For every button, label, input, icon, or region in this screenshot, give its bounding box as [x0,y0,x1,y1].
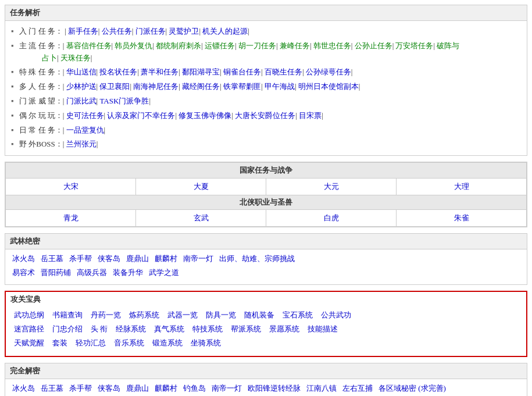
link-decrypt-nandiyideng[interactable]: 南帝一灯 [209,383,244,394]
link-wuxue-dao[interactable]: 武学之道 [147,267,181,279]
link-datang[interactable]: 大唐长安爵位任务 [235,111,295,120]
link-skill-desc[interactable]: 技能描述 [304,323,341,335]
link-xuanwu[interactable]: 玄武 [194,213,209,222]
link-equip-upgrade[interactable]: 装备升华 [110,267,145,279]
link-dutonzhi[interactable]: 都统制府刺杀 [156,41,201,50]
link-zhuque[interactable]: 朱雀 [454,213,469,222]
link-pozhen[interactable]: 破阵与 [437,41,459,50]
link-han[interactable]: 韩员外复仇 [115,41,152,50]
link-decrypt-shashubang[interactable]: 杀手帮 [67,383,94,394]
beast-baihu: 白虎 [266,210,397,227]
link-task-faction-win[interactable]: TASK门派争胜 [99,97,149,105]
link-decrypt-xiakesdao[interactable]: 侠客岛 [95,383,123,394]
link-ludingshan[interactable]: 鹿鼎山 [124,253,151,265]
link-factionfight[interactable]: 门派比武 [66,97,97,105]
link-pills-list[interactable]: 丹药一览 [87,309,124,321]
link-decrypt-diaoyudao[interactable]: 钓鱼岛 [181,383,208,394]
link-title-system[interactable]: 头 衔 [87,323,111,335]
link-wish-system[interactable]: 景愿系统 [266,323,303,335]
link-poyang[interactable]: 鄱阳湖寻宝 [182,67,220,76]
link-yipintang[interactable]: 一品堂复仇 [66,126,104,134]
link-lightwork[interactable]: 轻功汇总 [72,337,109,349]
link-xiangyang[interactable]: 保卫襄阳 [99,82,130,91]
link-newbie-task[interactable]: 新手任务 [68,27,98,35]
link-zangjing[interactable]: 藏经阁任务 [182,82,220,91]
link-forge-system[interactable]: 锻造系统 [149,337,186,349]
link-decrypt-jiangnan[interactable]: 江南八镇 [304,383,339,394]
link-dasong[interactable]: 大宋 [63,182,78,191]
link-book-query[interactable]: 书籍查询 [49,309,86,321]
link-wanan[interactable]: 万安塔任务 [395,41,433,50]
link-baixiao[interactable]: 百晓生任务 [265,67,302,76]
link-public-wugong[interactable]: 公共武功 [317,309,355,321]
link-decrypt-binghuodao[interactable]: 冰火岛 [10,383,37,394]
link-shikefa[interactable]: 史可法任务 [66,111,104,120]
war-header-row: 国家任务与战争 [6,163,527,179]
link-gongsunlyu[interactable]: 公孙绿萼任务 [306,67,351,76]
link-huashan[interactable]: 华山送信 [66,67,97,76]
link-public-task[interactable]: 公共任务 [102,27,132,35]
link-qilincun[interactable]: 麒麟村 [152,253,180,265]
link-yirongtu[interactable]: 易容术 [10,267,37,279]
link-decrypt-zuoyou[interactable]: 左右互捕 [340,383,375,394]
link-talent-awaken[interactable]: 天赋觉醒 [10,337,48,349]
link-shashubang[interactable]: 杀手帮 [67,253,94,265]
link-faction-task[interactable]: 门派任务 [135,27,166,35]
link-nanhai[interactable]: 南海神尼任务 [133,82,178,91]
link-xiakesdao[interactable]: 侠客岛 [95,253,123,265]
link-music-system[interactable]: 音乐系统 [110,337,148,349]
link-mingzhou[interactable]: 明州日本使馆副本 [298,82,359,91]
link-tiezhang[interactable]: 铁掌帮剿匪 [223,82,261,91]
link-gems-system[interactable]: 宝石系统 [279,309,316,321]
link-gongsunzhi[interactable]: 公孙止任务 [355,41,392,50]
link-random-equip[interactable]: 随机装备 [241,309,278,321]
link-weapons-list[interactable]: 武器一览 [164,309,201,321]
link-gaoji-weapons[interactable]: 高级兵器 [74,267,109,279]
link-toumingzhuang[interactable]: 投名状任务 [99,67,137,76]
link-yuewangmu[interactable]: 岳王墓 [38,253,66,265]
link-dali[interactable]: 大理 [454,182,469,191]
link-tianzhu[interactable]: 天珠任务 [60,53,91,62]
link-alchemy-system[interactable]: 炼药系统 [126,309,163,321]
link-mount-system[interactable]: 坐骑系统 [187,337,224,349]
link-murong[interactable]: 慕容信件任务 [66,41,112,50]
link-musiong-ticket[interactable]: 目宋票 [299,111,322,120]
link-baihu[interactable]: 白虎 [324,213,339,222]
link-shaolin[interactable]: 少林护送 [66,82,97,91]
link-qi-system[interactable]: 真气系统 [151,323,188,335]
link-special-system[interactable]: 特技系统 [189,323,226,335]
link-suit-equip[interactable]: 套装 [49,337,71,349]
link-decrypt-all-areas[interactable]: 各区域秘密 (求完善) [376,383,448,394]
link-yunbiao[interactable]: 运镖任务 [205,41,235,50]
link-lanzhou-zhang[interactable]: 兰州张元 [66,140,97,148]
link-jiawu[interactable]: 甲午海战 [265,82,295,91]
link-dayuan[interactable]: 大元 [324,182,339,191]
link-binghuodao[interactable]: 冰火岛 [10,253,37,265]
link-decrypt-qilincun[interactable]: 麒麟村 [152,383,180,394]
link-repair-buddha[interactable]: 修复玉佛寺佛像 [178,111,231,120]
link-chushi[interactable]: 出师、劫难、宗师挑战 [217,253,297,265]
link-xiaoban[interactable]: 萧半和任务 [141,67,178,76]
link-armor-list[interactable]: 防具一览 [202,309,240,321]
link-meridian-system[interactable]: 经脉系统 [112,323,149,335]
link-robot-task[interactable]: 机关人的起源 [202,27,248,35]
link-daxia[interactable]: 大夏 [194,182,209,191]
task-label-multi: 多 人 任 务： [19,82,63,91]
link-tongque[interactable]: 铜雀台任务 [223,67,261,76]
link-faction-intro[interactable]: 门忠介绍 [49,323,86,335]
link-zhanbu[interactable]: 占卜 [42,53,57,62]
link-recognize[interactable]: 认亲及家门不幸任务 [107,111,175,120]
link-maze-path[interactable]: 迷宫路径 [10,323,48,335]
link-jinyangpharmacy[interactable]: 晋阳药铺 [38,267,73,279]
link-qinglong[interactable]: 青龙 [63,213,78,222]
link-lingjiu-task[interactable]: 灵鹫护卫 [169,27,199,35]
link-decrypt-ludingshan[interactable]: 鹿鼎山 [124,383,151,394]
link-guild-system[interactable]: 帮派系统 [227,323,265,335]
link-nandiyideng[interactable]: 南帝一灯 [181,253,216,265]
link-decrypt-ouyang[interactable]: 欧阳锋逆转经脉 [245,383,303,394]
link-hanshizhong[interactable]: 韩世忠任务 [313,41,351,50]
link-decrypt-yuewangmu[interactable]: 岳王墓 [38,383,66,394]
link-wugong-summary[interactable]: 武功总纲 [10,309,48,321]
link-jianfeng[interactable]: 兼峰任务 [280,41,310,50]
link-huyidao[interactable]: 胡一刀任务 [238,41,276,50]
